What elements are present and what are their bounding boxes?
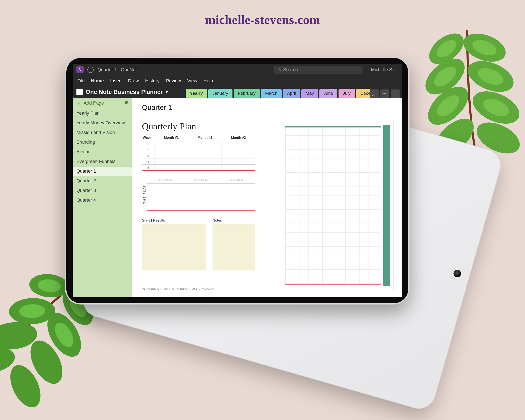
nav-back-button[interactable]: ←	[87, 66, 94, 73]
svg-point-20	[0, 344, 17, 376]
add-section-button[interactable]: +	[391, 89, 400, 98]
menu-history[interactable]: History	[145, 78, 159, 84]
site-title: michelle-stevens.com	[0, 13, 525, 27]
pages-pane: ＋Add Page Yearly PlanYearly Money Overvi…	[73, 98, 132, 297]
svg-point-10	[431, 63, 459, 90]
col-week: Week	[142, 135, 155, 141]
note-canvas[interactable]: Quarter 1 Quarterly Plan Week Month #1 M…	[132, 98, 402, 297]
col-month3: Month #3	[222, 135, 255, 141]
section-tab-february[interactable]: February	[234, 89, 260, 98]
grid-page-spine	[383, 125, 390, 286]
onenote-icon: N	[76, 66, 84, 73]
menu-home[interactable]: Home	[91, 78, 104, 84]
notebook-header-row: One Note Business Planner ▾ YearlyJanuar…	[73, 86, 402, 98]
notebook-name-label: One Note Business Planner	[86, 89, 163, 95]
the-plan-vertical-label: THE PLAN	[142, 177, 147, 211]
svg-point-9	[470, 37, 499, 58]
tablet-front: N ← Quarter 1 · OneNote Search Michelle …	[65, 57, 410, 305]
tabs-collapse-button[interactable]: −	[380, 89, 389, 98]
svg-point-13	[481, 95, 512, 120]
plan-col-month2: Month #2	[183, 177, 219, 184]
bottom-boxes: Stats | Results Notes	[142, 218, 255, 271]
stats-box	[142, 224, 206, 271]
section-tab-june[interactable]: June	[319, 89, 338, 98]
plan-col-month3: Month #3	[219, 177, 255, 184]
notes-box	[213, 224, 255, 271]
planner-template: Quarterly Plan Week Month #1 Month #2 Mo…	[142, 121, 394, 291]
template-footer: PLANNED CHAOS | PLANNEDCHAOSLIVING.COM	[142, 287, 214, 290]
svg-point-25	[51, 320, 77, 350]
menu-insert[interactable]: Insert	[110, 78, 122, 84]
app-titlebar: N ← Quarter 1 · OneNote Search Michelle …	[73, 64, 402, 75]
notebook-picker[interactable]: One Note Business Planner ▾	[73, 86, 184, 98]
plus-icon: ＋	[76, 99, 82, 107]
notes-label: Notes	[213, 218, 255, 223]
page-item[interactable]: Avatar	[73, 147, 132, 157]
tab-controls: … − +	[370, 86, 402, 98]
main-area: ＋Add Page Yearly PlanYearly Money Overvi…	[73, 98, 402, 297]
svg-point-22	[37, 278, 61, 293]
page-item[interactable]: Quarter 3	[73, 186, 132, 195]
col-month2: Month #2	[188, 135, 222, 141]
svg-point-5	[468, 85, 524, 131]
svg-point-12	[433, 92, 463, 120]
svg-point-24	[19, 304, 45, 318]
page-item[interactable]: Yearly Plan	[73, 108, 132, 118]
svg-point-19	[24, 335, 69, 389]
search-placeholder: Search	[283, 67, 298, 73]
section-tab-yearly[interactable]: Yearly	[186, 89, 207, 98]
svg-point-14	[28, 272, 70, 299]
col-month1: Month #1	[155, 135, 188, 141]
page-item[interactable]: Quarter 1	[73, 166, 132, 176]
svg-point-3	[463, 55, 518, 98]
svg-point-0	[423, 27, 469, 70]
menu-help[interactable]: Help	[204, 78, 213, 84]
section-tab-april[interactable]: April	[283, 89, 300, 98]
svg-point-21	[4, 360, 47, 412]
menu-review[interactable]: Review	[166, 78, 181, 84]
chevron-down-icon: ▾	[166, 89, 168, 94]
stats-label: Stats | Results	[142, 218, 206, 223]
svg-point-16	[9, 297, 56, 325]
add-page-label: Add Page	[84, 100, 104, 106]
onenote-app: N ← Quarter 1 · OneNote Search Michelle …	[73, 64, 402, 297]
page-item[interactable]: Evergreen Funnels	[73, 157, 132, 166]
page-item[interactable]: Yearly Money Overview	[73, 118, 132, 128]
the-plan-table: Month #1 Month #2 Month #3	[147, 177, 255, 211]
page-item[interactable]: Quarter 2	[73, 176, 132, 186]
svg-point-2	[419, 52, 471, 101]
page-item[interactable]: Quarter 4	[73, 195, 132, 205]
svg-point-4	[421, 80, 475, 132]
svg-line-27	[280, 70, 281, 71]
search-icon	[277, 67, 281, 73]
svg-point-17	[40, 307, 88, 363]
svg-point-1	[459, 28, 509, 67]
the-plan-block: THE PLAN Month #1 Month #2 Month #3	[142, 177, 255, 211]
section-tab-december[interactable]: December	[356, 89, 370, 98]
section-tab-july[interactable]: July	[338, 89, 355, 98]
svg-point-18	[0, 320, 38, 352]
add-page-button[interactable]: ＋Add Page	[73, 98, 132, 108]
page-title[interactable]: Quarter 1	[142, 103, 207, 113]
weekly-plan-table: Week Month #1 Month #2 Month #3 12345	[142, 135, 255, 171]
menu-bar: File Home Insert Draw History Review Vie…	[73, 75, 402, 86]
sort-icon[interactable]	[124, 100, 129, 106]
section-tab-march[interactable]: March	[261, 89, 281, 98]
section-tabs: YearlyJanuaryFebruaryMarchAprilMayJuneJu…	[184, 86, 370, 98]
tabs-overflow-button[interactable]: …	[370, 89, 379, 98]
window-title: Quarter 1 · OneNote	[97, 67, 139, 73]
menu-file[interactable]: File	[77, 78, 85, 84]
section-tab-may[interactable]: May	[301, 89, 318, 98]
menu-draw[interactable]: Draw	[128, 78, 139, 84]
section-tab-january[interactable]: January	[208, 89, 233, 98]
notebook-icon	[76, 89, 83, 95]
page-item[interactable]: Branding	[73, 137, 132, 147]
grid-notes-page	[280, 121, 394, 290]
account-name[interactable]: Michelle St…	[371, 67, 398, 73]
menu-view[interactable]: View	[187, 78, 197, 84]
svg-point-26	[278, 68, 280, 70]
svg-point-8	[433, 37, 459, 61]
svg-point-11	[475, 65, 506, 88]
page-item[interactable]: Mission and Vision	[73, 128, 132, 137]
search-input[interactable]: Search	[274, 66, 363, 74]
